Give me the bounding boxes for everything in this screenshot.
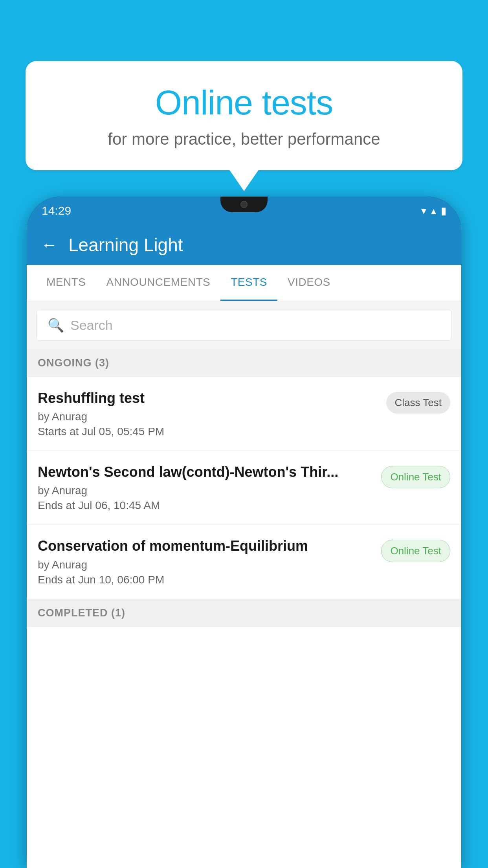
test-by: by Anurag xyxy=(38,410,380,423)
completed-section-header: COMPLETED (1) xyxy=(27,599,461,627)
tab-videos[interactable]: VIDEOS xyxy=(277,265,341,301)
test-info: Reshuffling test by Anurag Starts at Jul… xyxy=(38,390,380,438)
signal-icon: ▴ xyxy=(431,205,436,217)
search-input[interactable]: Search xyxy=(70,318,113,333)
bubble-subtitle: for more practice, better performance xyxy=(53,130,435,149)
search-container: 🔍 Search xyxy=(27,301,461,349)
tab-tests[interactable]: TESTS xyxy=(220,265,277,301)
battery-icon: ▮ xyxy=(441,205,446,217)
bubble-pointer xyxy=(229,169,259,191)
test-time: Ends at Jul 06, 10:45 AM xyxy=(38,499,375,512)
test-info: Conservation of momentum-Equilibrium by … xyxy=(38,537,375,586)
test-item[interactable]: Reshuffling test by Anurag Starts at Jul… xyxy=(27,377,461,451)
status-bar: 14:29 ▾ ▴ ▮ xyxy=(27,197,461,225)
phone-frame: 14:29 ▾ ▴ ▮ ← Learning Light MENTS ANNOU… xyxy=(27,197,461,868)
test-by: by Anurag xyxy=(38,484,375,497)
tabs-bar: MENTS ANNOUNCEMENTS TESTS VIDEOS xyxy=(27,265,461,301)
test-name: Newton's Second law(contd)-Newton's Thir… xyxy=(38,463,375,480)
test-time: Starts at Jul 05, 05:45 PM xyxy=(38,425,380,438)
test-name: Conservation of momentum-Equilibrium xyxy=(38,537,375,554)
camera xyxy=(240,201,248,208)
test-item[interactable]: Conservation of momentum-Equilibrium by … xyxy=(27,525,461,599)
back-button[interactable]: ← xyxy=(41,235,57,254)
tab-announcements[interactable]: ANNOUNCEMENTS xyxy=(96,265,221,301)
test-list: Reshuffling test by Anurag Starts at Jul… xyxy=(27,377,461,599)
test-badge-class: Class Test xyxy=(386,392,450,414)
test-time: Ends at Jun 10, 06:00 PM xyxy=(38,574,375,586)
test-item[interactable]: Newton's Second law(contd)-Newton's Thir… xyxy=(27,451,461,525)
ongoing-section-header: ONGOING (3) xyxy=(27,349,461,377)
test-by: by Anurag xyxy=(38,559,375,571)
notch xyxy=(220,197,268,212)
wifi-icon: ▾ xyxy=(421,205,426,217)
app-header: ← Learning Light xyxy=(27,225,461,265)
phone-screen: ← Learning Light MENTS ANNOUNCEMENTS TES… xyxy=(27,225,461,868)
bubble-title: Online tests xyxy=(53,83,435,123)
promo-bubble: Online tests for more practice, better p… xyxy=(26,61,462,191)
status-icons: ▾ ▴ ▮ xyxy=(421,205,446,217)
test-name: Reshuffling test xyxy=(38,390,380,406)
search-icon: 🔍 xyxy=(48,317,64,333)
test-info: Newton's Second law(contd)-Newton's Thir… xyxy=(38,463,375,512)
test-badge-online-2: Online Test xyxy=(381,540,450,562)
app-title: Learning Light xyxy=(68,234,183,256)
bubble-card: Online tests for more practice, better p… xyxy=(26,61,462,170)
tab-ments[interactable]: MENTS xyxy=(36,265,96,301)
search-bar[interactable]: 🔍 Search xyxy=(36,310,452,340)
status-time: 14:29 xyxy=(42,204,71,217)
test-badge-online: Online Test xyxy=(381,466,450,488)
